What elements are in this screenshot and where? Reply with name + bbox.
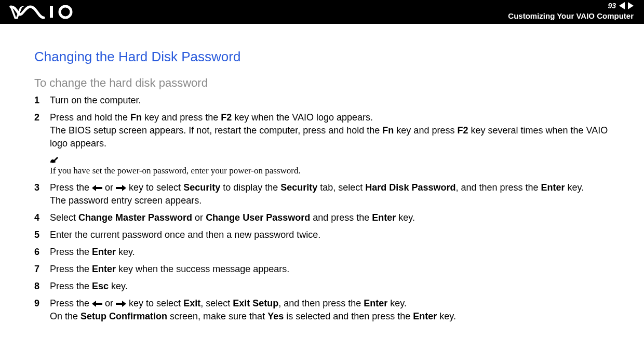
step-text: Press the or key to select Exit, select … [50,297,623,323]
step-text: Select Change Master Password or Change … [50,211,623,224]
arrow-left-icon [92,301,102,307]
step-number: 1 [34,94,50,107]
step-8: 8 Press the Esc key. [34,280,623,293]
page-header: 93 Customizing Your VAIO Computer [0,0,644,24]
step-1: 1 Turn on the computer. [34,94,623,107]
step-number: 2 [34,111,50,150]
nav-next-icon[interactable] [628,2,634,9]
step-text: Press the Esc key. [50,280,623,293]
arrow-right-icon [116,185,126,191]
svg-rect-0 [50,6,53,18]
step-number: 8 [34,280,50,293]
nav-prev-icon[interactable] [619,2,625,9]
vaio-logo [9,5,77,21]
step-number: 6 [34,246,50,259]
note-text: If you have set the power-on password, e… [50,166,623,176]
step-text: Enter the current password once and then… [50,228,623,241]
step-text: Turn on the computer. [50,94,623,107]
step-text: Press the Enter key when the success mes… [50,263,623,276]
section-title: Customizing Your VAIO Computer [508,11,634,21]
page-body: Changing the Hard Disk Password To chang… [0,24,644,323]
arrow-right-icon [116,301,126,307]
page-subtitle: To change the hard disk password [34,76,623,90]
svg-point-1 [60,6,71,18]
step-3: 3 Press the or key to select Security to… [34,181,623,207]
step-7: 7 Press the Enter key when the success m… [34,263,623,276]
step-text: Press the Enter key. [50,246,623,259]
step-2: 2 Press and hold the Fn key and press th… [34,111,623,150]
step-number: 3 [34,181,50,207]
steps-list-cont: 3 Press the or key to select Security to… [34,181,623,323]
step-4: 4 Select Change Master Password or Chang… [34,211,623,224]
page-number: 93 [608,2,616,10]
step-5: 5 Enter the current password once and th… [34,228,623,241]
page-number-nav: 93 [508,0,634,11]
step-9: 9 Press the or key to select Exit, selec… [34,297,623,323]
header-right: 93 Customizing Your VAIO Computer [508,0,634,21]
step-text: Press and hold the Fn key and press the … [50,111,623,150]
step-number: 9 [34,297,50,323]
steps-list: 1 Turn on the computer. 2 Press and hold… [34,94,623,150]
step-number: 7 [34,263,50,276]
pencil-icon [50,155,623,166]
step-number: 5 [34,228,50,241]
step-6: 6 Press the Enter key. [34,246,623,259]
step-text: Press the or key to select Security to d… [50,181,623,207]
step-number: 4 [34,211,50,224]
page-title: Changing the Hard Disk Password [34,49,623,65]
note: If you have set the power-on password, e… [50,155,623,176]
arrow-left-icon [92,185,102,191]
